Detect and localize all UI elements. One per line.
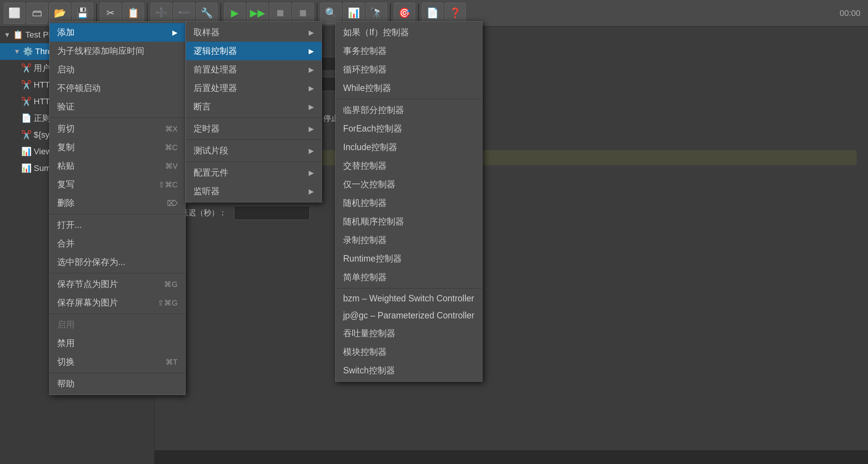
timer-label: 定时器 [194, 123, 220, 135]
copy-item[interactable]: 复制 ⌘C [50, 138, 185, 157]
startup-delay-input[interactable] [234, 206, 310, 220]
open-item[interactable]: 打开... [50, 216, 185, 234]
include-controller-label: Include控制器 [343, 141, 397, 153]
search-button[interactable]: 🔍 [320, 3, 342, 24]
add-menu-item[interactable]: 添加 ▶ [50, 23, 185, 42]
bzm-controller-item[interactable]: bzm – Weighted Switch Controller [336, 290, 482, 307]
shutdown-button[interactable]: ⏹ [292, 3, 314, 24]
report-button[interactable]: 📊 [343, 3, 364, 24]
add-label: 添加 [57, 27, 75, 38]
transaction-controller-item[interactable]: 事务控制器 [336, 42, 482, 60]
test-fragment-label: 测试片段 [194, 145, 228, 157]
paste-item[interactable]: 粘贴 ⌘V [50, 157, 185, 175]
copy-label: 复制 [57, 141, 75, 153]
listener-arrow: ▶ [309, 187, 314, 196]
random-controller-item[interactable]: 随机控制器 [336, 194, 482, 212]
copy-button[interactable]: 📋 [123, 3, 144, 24]
random-order-controller-item[interactable]: 随机顺序控制器 [336, 212, 482, 231]
new-button[interactable]: ⬜ [4, 3, 25, 24]
loop-controller-label: 循环控制器 [343, 64, 387, 75]
foreach-controller-label: ForEach控制器 [343, 123, 402, 135]
test-fragment-submenu-item[interactable]: 测试片段 ▶ [186, 141, 322, 160]
sep2 [50, 214, 185, 214]
test-fragment-arrow: ▶ [309, 147, 314, 155]
start-no-pause-item[interactable]: 不停顿启动 [50, 79, 185, 97]
save-button[interactable]: 💾 [72, 3, 93, 24]
sampler-submenu-item[interactable]: 取样器 ▶ [186, 23, 322, 42]
sep1 [50, 118, 185, 118]
simple-controller-item[interactable]: 简单控制器 [336, 268, 482, 287]
toggle-item[interactable]: 切换 ⌘T [50, 353, 185, 371]
cut-item[interactable]: 剪切 ⌘X [50, 119, 185, 138]
loop-controller-item[interactable]: 循环控制器 [336, 60, 482, 79]
paste-label: 粘贴 [57, 160, 75, 172]
open-label: 打开... [57, 219, 82, 231]
startup-delay-row: 启动延迟（秒）： [166, 206, 857, 220]
foreach-controller-item[interactable]: ForEach控制器 [336, 119, 482, 138]
separator-5 [390, 4, 391, 23]
cut-shortcut: ⌘X [165, 124, 178, 133]
bzm-controller-label: bzm – Weighted Switch Controller [343, 293, 474, 304]
listener-label: 监听器 [194, 185, 220, 197]
config-element-arrow: ▶ [309, 169, 314, 177]
save-selection-item[interactable]: 选中部分保存为... [50, 253, 185, 271]
function-helper-button[interactable]: 📄 [422, 3, 443, 24]
start-no-pause-button[interactable]: ▶▶ [247, 3, 268, 24]
delete-item[interactable]: 删除 ⌦ [50, 194, 185, 212]
save-screen-image-shortcut: ⇧⌘G [158, 298, 178, 307]
disable-item[interactable]: 禁用 [50, 334, 185, 353]
duplicate-label: 复写 [57, 179, 75, 190]
jpgc-controller-item[interactable]: jp@gc – Parameterized Controller [336, 307, 482, 324]
merge-item[interactable]: 合并 [50, 234, 185, 253]
start-item[interactable]: 启动 [50, 60, 185, 79]
separator-1 [96, 4, 97, 23]
remote-start-button[interactable]: 🔭 [366, 3, 387, 24]
open-button[interactable]: 🗃 [27, 3, 48, 24]
remove-button[interactable]: ➖ [173, 3, 195, 24]
save-node-image-item[interactable]: 保存节点为图片 ⌘G [50, 275, 185, 293]
post-processor-submenu-item[interactable]: 后置处理器 ▶ [186, 79, 322, 97]
logic-controller-submenu-item[interactable]: 逻辑控制器 ▶ [186, 42, 322, 60]
assertion-submenu-item[interactable]: 断言 ▶ [186, 97, 322, 116]
pre-processor-arrow: ▶ [309, 66, 314, 74]
validate-item[interactable]: 验证 [50, 97, 185, 116]
stop-button[interactable]: ⏹ [270, 3, 291, 24]
save-screen-image-item[interactable]: 保存屏幕为图片 ⇧⌘G [50, 293, 185, 312]
cut-button[interactable]: ✂ [100, 3, 121, 24]
highlight-button[interactable]: 🎯 [394, 3, 415, 24]
start-label: 启动 [57, 64, 75, 75]
sep4 [50, 314, 185, 314]
open-folder-button[interactable]: 📂 [49, 3, 70, 24]
throughput-controller-item[interactable]: 吞吐量控制器 [336, 324, 482, 343]
post-processor-label: 后置处理器 [194, 82, 237, 94]
help-button[interactable]: ❓ [445, 3, 466, 24]
pre-processor-submenu-item[interactable]: 前置处理器 ▶ [186, 60, 322, 79]
config-element-label: 配置元件 [194, 167, 228, 179]
sampler-label: 取样器 [194, 27, 220, 38]
recording-controller-item[interactable]: 录制控制器 [336, 231, 482, 249]
listener-submenu-item[interactable]: 监听器 ▶ [186, 182, 322, 201]
separator-2 [147, 4, 148, 23]
help-item[interactable]: 帮助 [50, 375, 185, 393]
runtime-controller-item[interactable]: Runtime控制器 [336, 249, 482, 268]
while-controller-item[interactable]: While控制器 [336, 79, 482, 97]
interleave-controller-item[interactable]: 交替控制器 [336, 157, 482, 175]
include-controller-item[interactable]: Include控制器 [336, 138, 482, 157]
once-only-controller-item[interactable]: 仅一次控制器 [336, 175, 482, 194]
assertion-arrow: ▶ [309, 103, 314, 111]
if-controller-item[interactable]: 如果（If）控制器 [336, 23, 482, 42]
config-element-submenu-item[interactable]: 配置元件 ▶ [186, 163, 322, 182]
switch-controller-item[interactable]: Switch控制器 [336, 361, 482, 380]
timer-submenu-item[interactable]: 定时器 ▶ [186, 119, 322, 138]
settings-button[interactable]: 🔧 [196, 3, 217, 24]
add-response-time-item[interactable]: 为子线程添加响应时间 [50, 42, 185, 60]
add-button[interactable]: ➕ [151, 3, 172, 24]
duplicate-item[interactable]: 复写 ⇧⌘C [50, 175, 185, 194]
module-controller-label: 模块控制器 [343, 346, 387, 358]
http-header-icon: ✂️ [21, 80, 31, 90]
start-button[interactable]: ▶ [224, 3, 245, 24]
cut-label: 剪切 [57, 123, 75, 135]
module-controller-item[interactable]: 模块控制器 [336, 343, 482, 361]
toolbar-time: 00:00 [840, 8, 864, 18]
critical-section-item[interactable]: 临界部分控制器 [336, 101, 482, 119]
